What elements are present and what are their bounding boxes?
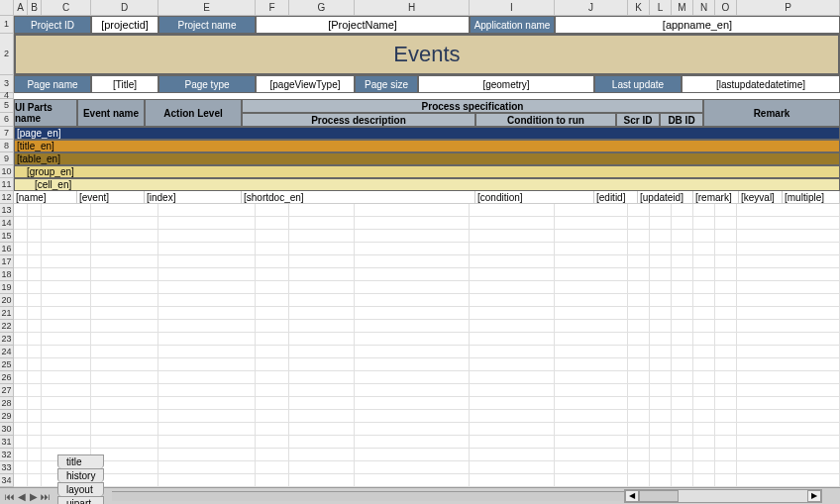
grid-row[interactable] (14, 449, 840, 461)
grid-row[interactable] (14, 436, 840, 449)
row-10[interactable]: 10 (0, 165, 13, 178)
row-14[interactable]: 14 (0, 217, 13, 230)
band-group[interactable]: [group_en] (14, 165, 840, 178)
row-27[interactable]: 27 (0, 384, 13, 397)
cell-shortdoc[interactable]: [shortdoc_en] (242, 191, 475, 204)
project-id-value[interactable]: [projectid] (91, 16, 158, 34)
row-9[interactable]: 9 (0, 152, 13, 165)
row-15[interactable]: 15 (0, 230, 13, 243)
grid-row[interactable] (14, 268, 840, 281)
grid-row[interactable] (14, 333, 840, 346)
band-title[interactable]: [title_en] (14, 140, 840, 152)
sheet-content: Project ID [projectid] Project name [Pro… (14, 16, 840, 487)
band-cell[interactable]: [cell_en] (14, 178, 840, 191)
band-table[interactable]: [table_en] (14, 152, 840, 165)
row-18[interactable]: 18 (0, 268, 13, 281)
sheet-tab-history[interactable]: history (57, 468, 104, 482)
row-33[interactable]: 33 (0, 461, 13, 474)
grid-row[interactable] (14, 410, 840, 423)
sheet-tab-layout[interactable]: layout (57, 482, 104, 487)
grid-row[interactable] (14, 320, 840, 333)
data-row[interactable]: [name] [event] [index] [shortdoc_en] [co… (14, 191, 840, 204)
col-N[interactable]: N (693, 0, 715, 15)
grid-row[interactable] (14, 384, 840, 397)
row-25[interactable]: 25 (0, 358, 13, 371)
row-24[interactable]: 24 (0, 346, 13, 358)
grid-row[interactable] (14, 281, 840, 294)
grid-row[interactable] (14, 230, 840, 243)
row-29[interactable]: 29 (0, 410, 13, 423)
row-19[interactable]: 19 (0, 281, 13, 294)
grid-row[interactable] (14, 474, 840, 487)
cell-event[interactable]: [event] (77, 191, 145, 204)
row-23[interactable]: 23 (0, 333, 13, 346)
grid-row[interactable] (14, 307, 840, 320)
cell-remark[interactable]: [remark] (693, 191, 739, 204)
sheet-tab-title[interactable]: title (57, 454, 104, 468)
row-30[interactable]: 30 (0, 423, 13, 436)
row-28[interactable]: 28 (0, 397, 13, 410)
row-31[interactable]: 31 (0, 436, 13, 449)
th-dbid: DB ID (660, 113, 703, 127)
col-C[interactable]: C (42, 0, 91, 15)
col-K[interactable]: K (628, 0, 650, 15)
row-7[interactable]: 7 (0, 127, 13, 140)
grid-row[interactable] (14, 243, 840, 255)
col-E[interactable]: E (158, 0, 256, 15)
grid-row[interactable] (14, 217, 840, 230)
row-34[interactable]: 34 (0, 474, 13, 487)
grid-row[interactable] (14, 371, 840, 384)
row-21[interactable]: 21 (0, 307, 13, 320)
grid-row[interactable] (14, 461, 840, 474)
cell-keyval[interactable]: [keyval] (739, 191, 783, 204)
row-1[interactable]: 1 (0, 16, 13, 34)
grid-row[interactable] (14, 397, 840, 410)
row-22[interactable]: 22 (0, 320, 13, 333)
row-5[interactable]: 5 (0, 99, 13, 113)
select-all-corner[interactable] (0, 0, 14, 16)
page-size-value[interactable]: [geometry] (418, 75, 594, 93)
col-G[interactable]: G (289, 0, 355, 15)
col-H[interactable]: H (355, 0, 470, 15)
col-B[interactable]: B (28, 0, 42, 15)
row-11[interactable]: 11 (0, 178, 13, 191)
row-32[interactable]: 32 (0, 449, 13, 461)
row-17[interactable]: 17 (0, 255, 13, 268)
col-O[interactable]: O (715, 0, 737, 15)
cell-editid[interactable]: [editid] (594, 191, 638, 204)
grid-row[interactable] (14, 204, 840, 217)
band-page[interactable]: [page_en] (14, 127, 840, 140)
grid-row[interactable] (14, 255, 840, 268)
page-type-value[interactable]: [pageViewType] (256, 75, 355, 93)
row-16[interactable]: 16 (0, 243, 13, 255)
last-update-value[interactable]: [lastupdatedatetime] (682, 75, 840, 93)
grid-row[interactable] (14, 294, 840, 307)
row-12[interactable]: 12 (0, 191, 13, 204)
app-name-value[interactable]: [appname_en] (555, 16, 840, 34)
col-J[interactable]: J (555, 0, 628, 15)
col-L[interactable]: L (650, 0, 672, 15)
cell-index[interactable]: [index] (145, 191, 242, 204)
cell-updateid[interactable]: [updateid] (638, 191, 693, 204)
grid-row[interactable] (14, 346, 840, 358)
col-D[interactable]: D (91, 0, 158, 15)
grid-row[interactable] (14, 358, 840, 371)
col-F[interactable]: F (256, 0, 289, 15)
project-name-value[interactable]: [ProjectName] (256, 16, 470, 34)
cell-name[interactable]: [name] (14, 191, 77, 204)
cell-condition[interactable]: [condition] (475, 191, 594, 204)
col-M[interactable]: M (672, 0, 693, 15)
col-P[interactable]: P (737, 0, 840, 15)
last-update-label: Last update (594, 75, 682, 93)
row-26[interactable]: 26 (0, 371, 13, 384)
row-2[interactable]: 2 (0, 34, 13, 75)
row-13[interactable]: 13 (0, 204, 13, 217)
page-name-value[interactable]: [Title] (91, 75, 158, 93)
cell-multiple[interactable]: [multiple] (783, 191, 840, 204)
col-A[interactable]: A (14, 0, 28, 15)
grid-row[interactable] (14, 423, 840, 436)
row-20[interactable]: 20 (0, 294, 13, 307)
col-I[interactable]: I (470, 0, 555, 15)
row-6[interactable]: 6 (0, 113, 13, 127)
row-8[interactable]: 8 (0, 140, 13, 152)
